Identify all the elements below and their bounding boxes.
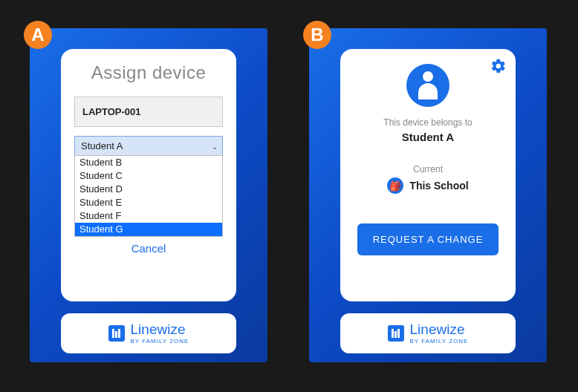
brand-name: Linewize [131, 322, 186, 336]
dropdown-option[interactable]: Student C [75, 169, 222, 183]
dropdown-option[interactable]: Student D [75, 183, 222, 196]
school-row: 🎒 This School [351, 177, 505, 194]
panel-device-owner: B This device belongs to Student A Curre… [309, 28, 547, 362]
current-label: Current [351, 164, 505, 174]
gear-icon[interactable] [490, 58, 507, 79]
dropdown-option[interactable]: Student E [75, 196, 222, 209]
assign-card: Assign device Student A ⌄ Student B Stud… [61, 49, 236, 301]
brand-tagline: BY FAMILY ZONE [131, 338, 189, 344]
dropdown-selected-label: Student A [81, 140, 123, 151]
school-icon: 🎒 [387, 177, 403, 194]
dropdown-list: Student B Student C Student D Student E … [74, 155, 223, 237]
linewize-logo-icon [108, 325, 125, 342]
request-change-button[interactable]: REQUEST A CHANGE [357, 223, 499, 255]
owner-card: This device belongs to Student A Current… [340, 49, 516, 301]
footer-brand: Linewize BY FAMILY ZONE [61, 313, 236, 353]
dropdown-option[interactable]: Student B [75, 156, 222, 169]
dropdown-selected[interactable]: Student A ⌄ [74, 136, 223, 156]
dropdown-option[interactable]: Student F [75, 209, 222, 223]
device-name-input[interactable] [74, 97, 223, 127]
owner-name: Student A [351, 131, 505, 143]
badge-b: B [303, 21, 331, 49]
school-name: This School [409, 180, 468, 192]
linewize-logo-icon [388, 325, 404, 342]
brand-name: Linewize [410, 322, 465, 336]
avatar-icon [406, 64, 449, 107]
brand-tagline: BY FAMILY ZONE [410, 338, 469, 344]
badge-a: A [24, 21, 52, 49]
panel-assign-device: A Assign device Student A ⌄ Student B St… [30, 28, 267, 362]
footer-brand: Linewize BY FAMILY ZONE [340, 313, 516, 353]
assign-title: Assign device [74, 62, 223, 83]
cancel-link[interactable]: Cancel [74, 242, 223, 255]
dropdown-option-highlighted[interactable]: Student G [75, 223, 222, 236]
belongs-label: This device belongs to [351, 117, 505, 128]
chevron-down-icon: ⌄ [212, 142, 218, 150]
student-dropdown[interactable]: Student A ⌄ Student B Student C Student … [74, 136, 223, 156]
